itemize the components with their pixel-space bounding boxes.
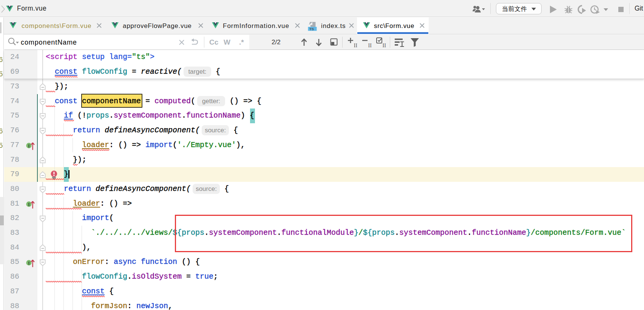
svg-text:I: I	[28, 260, 30, 265]
svg-text:II: II	[354, 42, 358, 48]
svg-text:I: I	[28, 143, 30, 149]
svg-text:I: I	[28, 202, 30, 207]
svg-text:TS: TS	[309, 27, 314, 31]
svg-text:II: II	[383, 42, 386, 48]
svg-text:II: II	[368, 42, 372, 48]
